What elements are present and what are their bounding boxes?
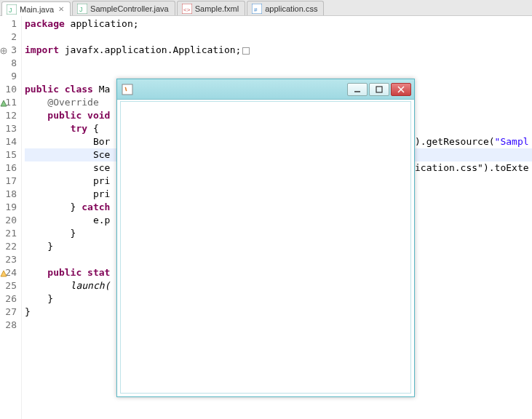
svg-rect-11 bbox=[122, 84, 132, 95]
tab-label: SampleController.java bbox=[90, 4, 169, 13]
svg-text:<>: <> bbox=[183, 7, 191, 13]
line-number: 14 bbox=[0, 135, 17, 148]
css-file-icon: # bbox=[252, 4, 262, 14]
window-title: ​​​​​​​​​​​​ bbox=[138, 84, 347, 95]
window-client-area[interactable] bbox=[120, 101, 411, 394]
line-number: 19 bbox=[0, 201, 17, 214]
maximize-button[interactable] bbox=[369, 83, 389, 96]
line-number: 3 bbox=[0, 44, 17, 57]
line-number: 16 bbox=[0, 161, 17, 175]
override-marker-icon[interactable] bbox=[0, 97, 7, 106]
code-line: import javafx.application.Application; bbox=[25, 44, 532, 57]
tab-label: Main.java bbox=[20, 5, 54, 14]
fold-expand-icon[interactable] bbox=[0, 45, 7, 54]
line-number: 15 bbox=[0, 148, 17, 161]
line-number: 18 bbox=[0, 188, 17, 201]
line-number: 11 bbox=[0, 96, 17, 109]
editor-tab-1[interactable]: JSampleController.java bbox=[72, 1, 175, 15]
svg-text:J: J bbox=[9, 7, 12, 14]
line-number: 17 bbox=[0, 175, 17, 188]
window-titlebar[interactable]: ​​​​​​​​​​​​ bbox=[117, 79, 414, 100]
svg-text:J: J bbox=[79, 6, 83, 13]
line-number: 25 bbox=[0, 279, 17, 292]
svg-rect-13 bbox=[376, 87, 382, 92]
code-line bbox=[25, 57, 532, 70]
editor-tab-2[interactable]: <>Sample.fxml bbox=[177, 1, 246, 15]
line-number: 1 bbox=[0, 17, 17, 31]
close-icon[interactable]: ✕ bbox=[58, 5, 64, 13]
java-file-icon: J bbox=[77, 4, 87, 14]
java-file-icon: J bbox=[7, 4, 17, 15]
line-number: 2 bbox=[0, 31, 17, 44]
line-number: 26 bbox=[0, 292, 17, 306]
svg-text:#: # bbox=[254, 7, 258, 13]
warning-marker-icon[interactable] bbox=[0, 268, 7, 276]
editor-tabbar: JMain.java✕JSampleController.java<>Sampl… bbox=[0, 0, 532, 16]
line-number: 9 bbox=[0, 70, 17, 83]
line-number: 8 bbox=[0, 57, 17, 70]
line-number: 21 bbox=[0, 227, 17, 240]
code-line-tail: ication.css").toExte bbox=[415, 161, 529, 175]
editor-tab-0[interactable]: JMain.java✕ bbox=[1, 1, 71, 16]
editor-tab-3[interactable]: #application.css bbox=[247, 1, 324, 15]
code-line: package application; bbox=[25, 17, 532, 31]
line-gutter: 1238910111213141516171819202122232425262… bbox=[0, 16, 22, 419]
code-line-tail: ).getResource("Sampl bbox=[415, 135, 529, 148]
line-number: 13 bbox=[0, 122, 17, 135]
minimize-button[interactable] bbox=[347, 83, 368, 96]
tab-label: application.css bbox=[265, 4, 317, 13]
javafx-app-window: ​​​​​​​​​​​​ bbox=[116, 79, 415, 397]
line-number: 12 bbox=[0, 109, 17, 122]
fxml-file-icon: <> bbox=[182, 4, 192, 14]
line-number: 10 bbox=[0, 83, 17, 96]
line-number: 28 bbox=[0, 319, 17, 332]
code-line bbox=[25, 31, 532, 44]
line-number: 22 bbox=[0, 240, 17, 253]
line-number: 23 bbox=[0, 253, 17, 266]
tab-label: Sample.fxml bbox=[195, 4, 239, 13]
line-number: 27 bbox=[0, 306, 17, 319]
line-number: 24 bbox=[0, 266, 17, 279]
window-controls bbox=[347, 83, 411, 96]
line-number: 20 bbox=[0, 214, 17, 227]
java-app-icon bbox=[122, 84, 133, 95]
folded-import-marker[interactable] bbox=[242, 47, 250, 55]
close-button[interactable] bbox=[391, 83, 411, 96]
